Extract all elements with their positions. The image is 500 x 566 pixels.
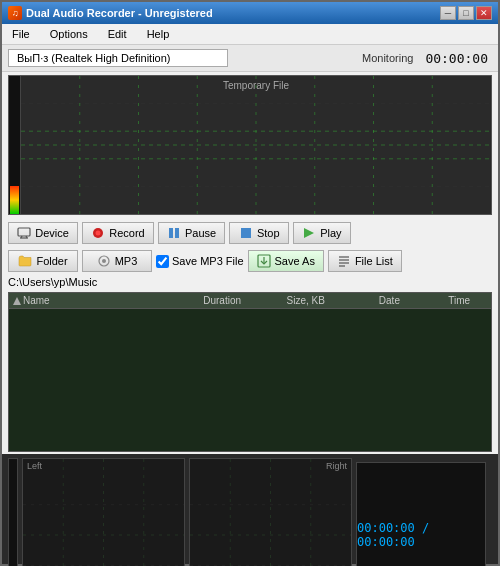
- maximize-button[interactable]: □: [458, 6, 474, 20]
- bottom-waveforms-row: Left Right: [2, 454, 498, 566]
- time-counter: 00:00:00: [421, 50, 492, 67]
- bottom-right-grid: [190, 459, 351, 566]
- col-header-name: Name: [13, 295, 180, 306]
- pause-icon: [167, 226, 181, 240]
- top-bar: ВыП·з (Realtek High Definition) Monitori…: [2, 45, 498, 72]
- menu-help[interactable]: Help: [141, 26, 176, 42]
- device-name-display: ВыП·з (Realtek High Definition): [8, 49, 228, 67]
- file-list-button[interactable]: File List: [328, 250, 402, 272]
- table-body: [9, 309, 491, 447]
- record-button[interactable]: Record: [82, 222, 154, 244]
- waveform-display: Temporary File: [21, 76, 491, 214]
- svg-marker-30: [13, 297, 21, 305]
- save-mp3-checkbox[interactable]: [156, 255, 169, 268]
- folder-button[interactable]: Folder: [8, 250, 78, 272]
- svg-rect-19: [175, 228, 179, 238]
- title-bar: ♫ Dual Audio Recorder - Unregistered ─ □…: [2, 2, 498, 24]
- stop-button[interactable]: Stop: [229, 222, 289, 244]
- col-header-duration: Duration: [180, 295, 264, 306]
- svg-point-17: [96, 231, 101, 236]
- bottom-section: Left Right: [2, 454, 498, 564]
- stop-icon: [239, 226, 253, 240]
- mp3-icon: [97, 254, 111, 268]
- file-table: Name Duration Size, KB Date Time: [8, 292, 492, 452]
- menu-edit[interactable]: Edit: [102, 26, 133, 42]
- file-path: C:\Users\yp\Music: [8, 276, 97, 288]
- bottom-right-waveform: Right: [189, 458, 352, 566]
- folder-icon: [18, 254, 32, 268]
- close-button[interactable]: ✕: [476, 6, 492, 20]
- svg-point-23: [102, 259, 106, 263]
- window-title: Dual Audio Recorder - Unregistered: [26, 7, 213, 19]
- save-as-button[interactable]: Save As: [248, 250, 324, 272]
- title-bar-left: ♫ Dual Audio Recorder - Unregistered: [8, 6, 213, 20]
- col-header-time: Time: [431, 295, 487, 306]
- device-icon: [17, 226, 31, 240]
- device-button[interactable]: Device: [8, 222, 78, 244]
- play-button[interactable]: Play: [293, 222, 350, 244]
- left-channel-label: Left: [27, 461, 42, 471]
- minimize-button[interactable]: ─: [440, 6, 456, 20]
- title-controls: ─ □ ✕: [440, 6, 492, 20]
- level-meter-bar: [10, 186, 19, 214]
- save-as-icon: [257, 254, 271, 268]
- button-row-2: Folder MP3 Save MP3 File Save As: [2, 248, 498, 274]
- menu-bar: File Options Edit Help: [2, 24, 498, 45]
- bottom-left-waveform: Left: [22, 458, 185, 566]
- play-icon: [302, 226, 316, 240]
- bottom-left-meter: [8, 458, 18, 566]
- svg-rect-12: [18, 228, 30, 236]
- monitoring-label: Monitoring: [362, 52, 413, 64]
- col-header-date: Date: [348, 295, 432, 306]
- record-icon: [91, 226, 105, 240]
- save-mp3-checkbox-label[interactable]: Save MP3 File: [156, 255, 244, 268]
- menu-file[interactable]: File: [6, 26, 36, 42]
- svg-rect-20: [241, 228, 251, 238]
- table-header: Name Duration Size, KB Date Time: [9, 293, 491, 309]
- svg-marker-21: [304, 228, 314, 238]
- button-row-1: Device Record Pause Stop: [2, 218, 498, 248]
- file-path-bar: C:\Users\yp\Music: [2, 274, 498, 290]
- svg-rect-18: [169, 228, 173, 238]
- left-level-meter: [9, 76, 21, 214]
- bottom-time-display: 00:00:00 / 00:00:00: [356, 462, 486, 566]
- sort-icon: [13, 297, 21, 305]
- monitoring-area: Monitoring 00:00:00: [362, 50, 492, 67]
- waveform-label: Temporary File: [223, 80, 289, 91]
- col-header-size: Size, KB: [264, 295, 348, 306]
- mp3-button[interactable]: MP3: [82, 250, 152, 272]
- file-list-icon: [337, 254, 351, 268]
- right-channel-label: Right: [326, 461, 347, 471]
- waveform-grid-svg: [21, 76, 491, 214]
- pause-button[interactable]: Pause: [158, 222, 225, 244]
- menu-options[interactable]: Options: [44, 26, 94, 42]
- waveform-container: Temporary File: [8, 75, 492, 215]
- app-icon: ♫: [8, 6, 22, 20]
- bottom-left-grid: [23, 459, 184, 566]
- main-window: ♫ Dual Audio Recorder - Unregistered ─ □…: [0, 0, 500, 566]
